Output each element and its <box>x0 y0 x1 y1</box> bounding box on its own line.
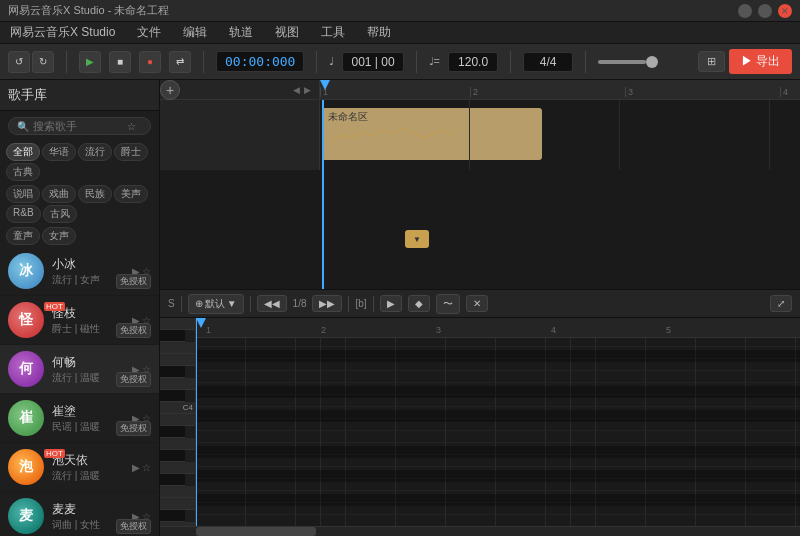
grid-mark-5: 5 <box>666 325 671 335</box>
piano-key[interactable]: C4 <box>160 402 195 414</box>
piano-roll-grid[interactable]: 1 2 3 4 5 (function(){ const shading = d… <box>196 318 800 526</box>
filter-opera[interactable]: 戏曲 <box>42 185 76 203</box>
filter-folk[interactable]: 民族 <box>78 185 112 203</box>
volume-slider[interactable] <box>598 60 658 64</box>
menu-tools[interactable]: 工具 <box>317 22 349 43</box>
singer-item[interactable]: 冰小冰流行 | 女声▶☆免授权 <box>0 247 159 296</box>
menu-track[interactable]: 轨道 <box>225 22 257 43</box>
filter-rnb[interactable]: R&B <box>6 205 41 223</box>
pr-next-button[interactable]: ▶▶ <box>312 295 342 312</box>
piano-key[interactable] <box>160 450 185 462</box>
singer-item[interactable]: 何何畅流行 | 温暖▶☆免授权 <box>0 345 159 394</box>
filter-classical[interactable]: 古典 <box>6 163 40 181</box>
piano-key[interactable] <box>160 438 195 450</box>
filter-child[interactable]: 童声 <box>6 227 40 245</box>
export-button[interactable]: ▶ 导出 <box>729 49 792 74</box>
redo-button[interactable]: ↻ <box>32 51 54 73</box>
record-button[interactable]: ● <box>139 51 161 73</box>
favorite-icon[interactable]: ☆ <box>127 121 136 132</box>
piano-key[interactable] <box>160 522 195 526</box>
minimize-button[interactable]: ─ <box>738 4 752 18</box>
piano-key[interactable] <box>160 486 195 498</box>
maximize-button[interactable]: □ <box>758 4 772 18</box>
play-button[interactable]: ▶ <box>79 51 101 73</box>
singer-item[interactable]: 泡泡天依流行 | 温暖▶☆HOT <box>0 443 159 492</box>
piano-key[interactable] <box>160 330 185 342</box>
hot-badge: HOT <box>44 302 65 311</box>
pr-sep4 <box>373 296 374 312</box>
search-input[interactable] <box>33 120 123 132</box>
piano-key[interactable] <box>160 498 195 510</box>
piano-key[interactable] <box>160 354 195 366</box>
piano-key[interactable] <box>160 474 185 486</box>
filter-bel-canto[interactable]: 美声 <box>114 185 148 203</box>
filter-all[interactable]: 全部 <box>6 143 40 161</box>
track-scroll-left[interactable]: ◀ <box>293 85 300 95</box>
singer-avatar: 怪 <box>8 302 44 338</box>
filter-jazz[interactable]: 爵士 <box>114 143 148 161</box>
undo-button[interactable]: ↺ <box>8 51 30 73</box>
scroll-thumb[interactable] <box>196 527 316 536</box>
stop-button[interactable]: ■ <box>109 51 131 73</box>
menu-app[interactable]: 网易云音乐X Studio <box>6 22 119 43</box>
time-value: 00:00:000 <box>225 54 295 69</box>
menubar: 网易云音乐X Studio 文件 编辑 轨道 视图 工具 帮助 <box>0 22 800 44</box>
track-clip[interactable]: ▼ <box>405 230 429 248</box>
singer-item[interactable]: 麦麦麦词曲 | 女性▶☆免授权 <box>0 492 159 536</box>
content-area: + ◀ ▶ 1 2 3 4 何 何 <box>160 80 800 536</box>
fullscreen-button[interactable]: ⊞ <box>698 51 725 72</box>
pr-snap-button[interactable]: ⊕ 默认 ▼ <box>188 294 244 314</box>
loop-button[interactable]: ⇄ <box>169 51 191 73</box>
piano-key[interactable] <box>160 342 195 354</box>
beat-value: 001 | 00 <box>351 55 394 69</box>
free-badge: 免授权 <box>116 372 151 387</box>
app-title: 网易云音乐X Studio - 未命名工程 <box>8 3 738 18</box>
pr-prev-button[interactable]: ◀◀ <box>257 295 287 312</box>
piano-key[interactable] <box>160 414 195 426</box>
piano-key[interactable] <box>160 510 185 522</box>
free-badge: 免授权 <box>116 274 151 289</box>
time-sig-display: 4/4 <box>523 52 573 72</box>
filter-rap[interactable]: 说唱 <box>6 185 40 203</box>
piano-key[interactable] <box>160 426 185 438</box>
sep2 <box>203 51 204 73</box>
track-scroll-right[interactable]: ▶ <box>304 85 311 95</box>
piano-key[interactable] <box>160 366 185 378</box>
key-shading: (function(){ const shading = document.qu… <box>196 338 800 526</box>
filter-pop[interactable]: 流行 <box>78 143 112 161</box>
filter-female[interactable]: 女声 <box>42 227 76 245</box>
pr-expand-button[interactable]: ⤢ <box>770 295 792 312</box>
singer-info: 何畅流行 | 温暖 <box>52 354 124 385</box>
close-button[interactable]: ✕ <box>778 4 792 18</box>
black-key-row <box>196 410 800 422</box>
menu-help[interactable]: 帮助 <box>363 22 395 43</box>
menu-view[interactable]: 视图 <box>271 22 303 43</box>
menu-file[interactable]: 文件 <box>133 22 165 43</box>
pr-close-button[interactable]: ✕ <box>466 295 488 312</box>
black-key-row <box>196 494 800 506</box>
piano-key[interactable] <box>160 378 195 390</box>
menu-edit[interactable]: 编辑 <box>179 22 211 43</box>
singer-name: 崔塗 <box>52 403 124 420</box>
singer-item[interactable]: 崔崔塗民谣 | 温暖▶☆免授权 <box>0 394 159 443</box>
singer-play-button[interactable]: ▶ <box>132 462 140 473</box>
singer-item[interactable]: 怪怪枝爵士 | 磁性▶☆HOT免授权 <box>0 296 159 345</box>
singer-name: 小冰 <box>52 256 124 273</box>
pr-wave-button[interactable]: 〜 <box>436 294 460 314</box>
singer-name: 麦麦 <box>52 501 124 518</box>
search-bar[interactable]: 🔍 ☆ <box>8 117 151 135</box>
singer-tags: 流行 | 温暖 <box>52 371 124 385</box>
singer-favorite-button[interactable]: ☆ <box>142 462 151 473</box>
filter-chinese[interactable]: 华语 <box>42 143 76 161</box>
pr-diamond-button[interactable]: ◆ <box>408 295 430 312</box>
pr-playhead-marker <box>196 318 206 328</box>
singer-info: 崔塗民谣 | 温暖 <box>52 403 124 434</box>
pr-sep2 <box>250 296 251 312</box>
pr-play-button[interactable]: ▶ <box>380 295 402 312</box>
piano-key[interactable] <box>160 390 185 402</box>
piano-key[interactable] <box>160 462 195 474</box>
filter-ancient[interactable]: 古风 <box>43 205 77 223</box>
piano-key[interactable] <box>160 318 195 330</box>
piano-roll-scrollbar[interactable] <box>160 526 800 536</box>
add-track-button[interactable]: + <box>160 80 180 100</box>
